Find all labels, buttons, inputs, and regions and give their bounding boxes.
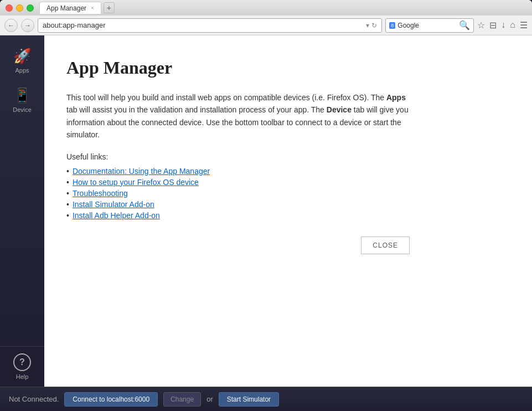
close-button[interactable]: CLOSE: [361, 237, 410, 254]
start-simulator-button[interactable]: Start Simulator: [219, 392, 279, 407]
useful-links-label: Useful links:: [66, 152, 510, 161]
bookmark-icon[interactable]: ☆: [477, 20, 485, 30]
sidebar-item-help[interactable]: ? Help: [0, 346, 44, 387]
help-label: Help: [16, 373, 29, 380]
url-icons: ▾ ↻: [366, 22, 377, 29]
tab-title: App Manager: [47, 4, 86, 12]
traffic-lights: [6, 4, 34, 12]
list-item: Install Adb Helper Add-on: [66, 211, 510, 220]
search-bar[interactable]: 8 Google 🔍: [385, 18, 474, 33]
forward-button[interactable]: →: [21, 19, 34, 32]
device-bold: Device: [327, 105, 352, 114]
link-setup[interactable]: How to setup your Firefox OS device: [73, 178, 199, 187]
list-item: Troubleshooting: [66, 189, 510, 198]
address-bar: ← → about:app-manager ▾ ↻ 8 Google 🔍 ☆ ⊟…: [0, 16, 532, 35]
refresh-icon[interactable]: ↻: [371, 22, 377, 29]
list-item: Documentation: Using the App Manager: [66, 167, 510, 176]
home-icon[interactable]: ⌂: [510, 20, 515, 30]
content-area: App Manager This tool will help you buil…: [44, 35, 532, 387]
reader-icon[interactable]: ⊟: [489, 20, 497, 30]
change-button[interactable]: Change: [163, 392, 201, 407]
tab-bar: App Manager × +: [39, 2, 526, 14]
link-troubleshooting[interactable]: Troubleshooting: [73, 189, 128, 198]
list-item: Install Simulator Add-on: [66, 200, 510, 209]
apps-label: Apps: [15, 67, 29, 74]
device-label: Device: [13, 106, 32, 113]
apps-bold: Apps: [386, 93, 406, 102]
link-simulator[interactable]: Install Simulator Add-on: [73, 200, 154, 209]
search-icon[interactable]: 🔍: [459, 20, 470, 30]
or-text: or: [206, 395, 213, 403]
tab-close-button[interactable]: ×: [91, 5, 94, 11]
new-tab-button[interactable]: +: [104, 2, 115, 13]
connect-button[interactable]: Connect to localhost:6000: [64, 392, 158, 407]
active-tab[interactable]: App Manager ×: [39, 2, 101, 14]
help-icon: ?: [13, 353, 31, 371]
close-window-button[interactable]: [6, 4, 13, 12]
window-chrome: App Manager × +: [0, 0, 532, 16]
link-adb[interactable]: Install Adb Helper Add-on: [73, 211, 160, 220]
sidebar-item-apps[interactable]: 🚀 Apps: [0, 41, 44, 80]
link-documentation[interactable]: Documentation: Using the App Manager: [73, 167, 210, 176]
url-bar[interactable]: about:app-manager ▾ ↻: [38, 18, 382, 33]
main-layout: 🚀 Apps 📱 Device ? Help App Manager This …: [0, 35, 532, 387]
links-list: Documentation: Using the App Manager How…: [66, 167, 510, 220]
url-text: about:app-manager: [43, 21, 364, 29]
sidebar: 🚀 Apps 📱 Device ? Help: [0, 35, 44, 387]
back-button[interactable]: ←: [4, 19, 18, 32]
sidebar-item-device[interactable]: 📱 Device: [0, 80, 44, 120]
search-input[interactable]: Google: [397, 22, 457, 29]
page-title: App Manager: [66, 58, 510, 78]
minimize-window-button[interactable]: [16, 4, 23, 12]
list-item: How to setup your Firefox OS device: [66, 178, 510, 187]
device-icon: 📱: [13, 87, 31, 104]
dropdown-icon: ▾: [366, 22, 369, 29]
connection-status: Not Connected.: [9, 395, 59, 403]
content-description: This tool will help you build and instal…: [66, 91, 410, 141]
bottom-toolbar: Not Connected. Connect to localhost:6000…: [0, 387, 532, 411]
rocket-icon: 🚀: [13, 48, 31, 65]
download-icon[interactable]: ↓: [501, 20, 505, 30]
maximize-window-button[interactable]: [27, 4, 34, 12]
close-btn-container: CLOSE: [66, 237, 410, 254]
menu-icon[interactable]: ☰: [520, 20, 528, 30]
toolbar-icons: ☆ ⊟ ↓ ⌂ ☰: [477, 20, 528, 30]
search-engine-badge: 8: [389, 22, 395, 29]
